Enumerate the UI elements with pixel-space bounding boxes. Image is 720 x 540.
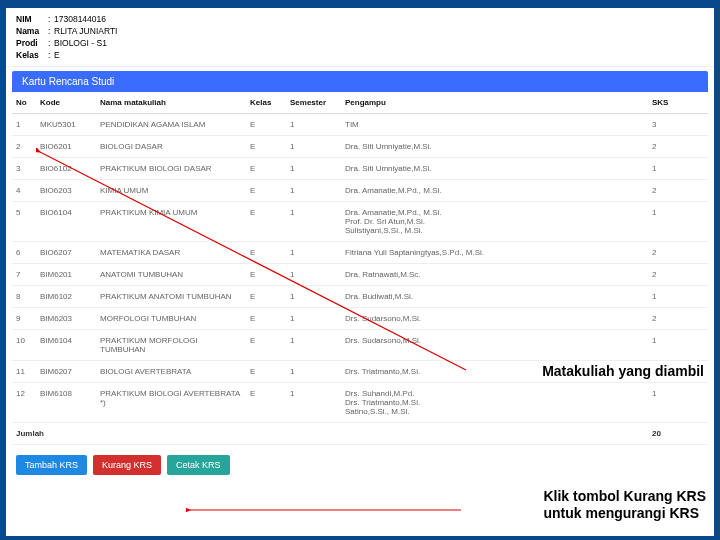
cell-sks: 2 [648,307,708,329]
cell-pengampu: Dra. Amanatie,M.Pd., M.Si. [341,179,648,201]
table-row: 2BIO6201BIOLOGI DASARE1Dra. Siti Umniyat… [12,135,708,157]
cell-no: 6 [12,241,36,263]
col-no: No [12,92,36,114]
cell-sem: 1 [286,263,341,285]
col-sks: SKS [648,92,708,114]
table-row: 6BIO6207MATEMATIKA DASARE1Fitriana Yuli … [12,241,708,263]
cell-pengampu: Dra. Siti Umniyatie,M.Si. [341,157,648,179]
cell-kelas: E [246,263,286,285]
cell-sks: 1 [648,329,708,360]
cell-sem: 1 [286,179,341,201]
cell-no: 9 [12,307,36,329]
cell-sks: 2 [648,135,708,157]
cell-sem: 1 [286,360,341,382]
cell-pengampu: Drs. Sudarsono,M.Si. [341,307,648,329]
cell-nama: PENDIDIKAN AGAMA ISLAM [96,113,246,135]
cell-kelas: E [246,113,286,135]
cell-sks: 2 [648,263,708,285]
cell-nama: PRAKTIKUM ANATOMI TUMBUHAN [96,285,246,307]
table-row: 10BIM6104PRAKTIKUM MORFOLOGI TUMBUHANE1D… [12,329,708,360]
cell-no: 10 [12,329,36,360]
nim-label: NIM [16,14,48,26]
cell-no: 8 [12,285,36,307]
col-semester: Semester [286,92,341,114]
button-bar: Tambah KRS Kurang KRS Cetak KRS [6,445,714,481]
cell-kelas: E [246,135,286,157]
cell-kelas: E [246,329,286,360]
cell-kode: BIM6104 [36,329,96,360]
cell-kode: BIM6203 [36,307,96,329]
cell-sem: 1 [286,285,341,307]
table-row: 9BIM6203MORFOLOGI TUMBUHANE1Drs. Sudarso… [12,307,708,329]
cell-kode: BIO6201 [36,135,96,157]
annotation-matakuliah: Matakuliah yang diambil [540,363,706,379]
cell-kelas: E [246,157,286,179]
cell-no: 1 [12,113,36,135]
cell-no: 7 [12,263,36,285]
cell-sks: 1 [648,157,708,179]
cell-sem: 1 [286,201,341,241]
cell-kelas: E [246,360,286,382]
cell-sks: 3 [648,113,708,135]
cell-no: 5 [12,201,36,241]
cell-sks: 2 [648,241,708,263]
cell-no: 2 [12,135,36,157]
prodi-label: Prodi [16,38,48,50]
cell-nama: BIOLOGI AVERTEBRATA [96,360,246,382]
cell-kode: BIM6108 [36,382,96,422]
cell-kode: BIO6102 [36,157,96,179]
cell-kode: BIM6102 [36,285,96,307]
table-row: 1MKU5301PENDIDIKAN AGAMA ISLAME1TIM3 [12,113,708,135]
nim-value: 17308144016 [54,14,106,26]
cell-nama: BIOLOGI DASAR [96,135,246,157]
cell-kelas: E [246,285,286,307]
cell-pengampu: Fitriana Yuli Saptaningtyas,S.Pd., M.Si. [341,241,648,263]
cell-pengampu: Dra. Budiwati,M.Si. [341,285,648,307]
cell-kelas: E [246,307,286,329]
jumlah-total: 20 [648,422,708,444]
cell-sks: 2 [648,179,708,201]
cell-kode: BIM6201 [36,263,96,285]
cell-nama: PRAKTIKUM BIOLOGI AVERTEBRATA *) [96,382,246,422]
prodi-value: BIOLOGI - S1 [54,38,107,50]
cell-sem: 1 [286,157,341,179]
krs-table: No Kode Nama matakuliah Kelas Semester P… [12,92,708,445]
cell-pengampu: Dra. Amanatie,M.Pd., M.Si. Prof. Dr. Sri… [341,201,648,241]
cell-nama: KIMIA UMUM [96,179,246,201]
cetak-krs-button[interactable]: Cetak KRS [167,455,230,475]
col-nama: Nama matakuliah [96,92,246,114]
table-row: 12BIM6108PRAKTIKUM BIOLOGI AVERTEBRATA *… [12,382,708,422]
cell-pengampu: TIM [341,113,648,135]
card-header: Kartu Rencana Studi [12,71,708,92]
cell-nama: PRAKTIKUM KIMIA UMUM [96,201,246,241]
tambah-krs-button[interactable]: Tambah KRS [16,455,87,475]
cell-pengampu: Drs. Sudarsono,M.Si. [341,329,648,360]
cell-sks: 1 [648,285,708,307]
cell-pengampu: Dra. Ratnawati,M.Sc. [341,263,648,285]
table-header-row: No Kode Nama matakuliah Kelas Semester P… [12,92,708,114]
cell-kode: BIO6207 [36,241,96,263]
nama-label: Nama [16,26,48,38]
cell-sem: 1 [286,307,341,329]
table-row: 7BIM6201ANATOMI TUMBUHANE1Dra. Ratnawati… [12,263,708,285]
nama-value: RLITA JUNIARTI [54,26,117,38]
cell-sks: 1 [648,382,708,422]
kelas-value: E [54,50,60,62]
cell-kode: BIO6104 [36,201,96,241]
student-info: NIM : 17308144016 Nama : RLITA JUNIARTI … [6,8,714,67]
jumlah-row: Jumlah 20 [12,422,708,444]
cell-pengampu: Drs. Suhandi,M.Pd. Drs. Triatmanto,M.Si.… [341,382,648,422]
kurang-krs-button[interactable]: Kurang KRS [93,455,161,475]
cell-nama: MORFOLOGI TUMBUHAN [96,307,246,329]
cell-kode: BIO6203 [36,179,96,201]
cell-sem: 1 [286,329,341,360]
cell-no: 3 [12,157,36,179]
table-row: 8BIM6102PRAKTIKUM ANATOMI TUMBUHANE1Dra.… [12,285,708,307]
jumlah-label: Jumlah [12,422,648,444]
cell-sem: 1 [286,135,341,157]
kelas-label: Kelas [16,50,48,62]
cell-sem: 1 [286,241,341,263]
cell-kode: MKU5301 [36,113,96,135]
cell-pengampu: Dra. Siti Umniyatie,M.Si. [341,135,648,157]
arrow-annotation-2 [186,500,466,520]
